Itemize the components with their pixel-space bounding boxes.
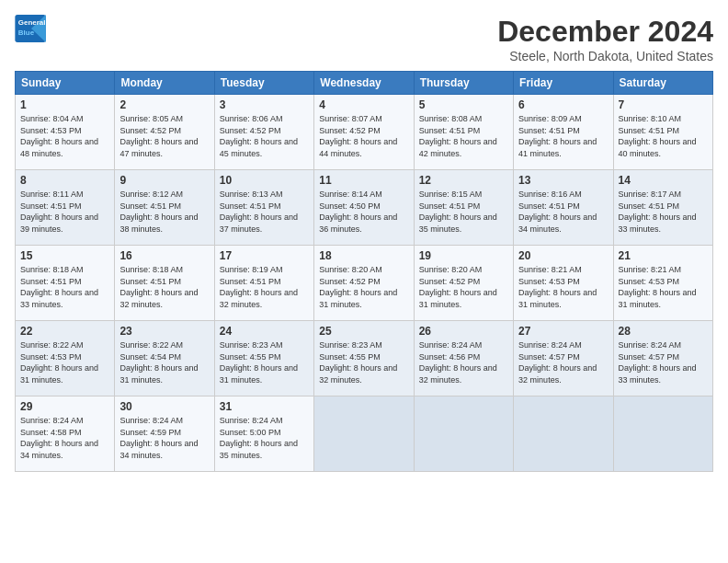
day-info: Sunrise: 8:21 AM Sunset: 4:53 PM Dayligh…: [518, 264, 608, 310]
day-number: 29: [20, 400, 109, 413]
calendar-day-cell: 27Sunrise: 8:24 AM Sunset: 4:57 PM Dayli…: [514, 321, 613, 396]
day-info: Sunrise: 8:22 AM Sunset: 4:54 PM Dayligh…: [119, 339, 209, 385]
calendar-day-cell: 30Sunrise: 8:24 AM Sunset: 4:59 PM Dayli…: [115, 396, 214, 472]
calendar-day-cell: 20Sunrise: 8:21 AM Sunset: 4:53 PM Dayli…: [514, 246, 613, 321]
day-info: Sunrise: 8:15 AM Sunset: 4:51 PM Dayligh…: [419, 189, 508, 235]
day-info: Sunrise: 8:24 AM Sunset: 4:57 PM Dayligh…: [518, 339, 608, 385]
calendar-day-cell: 19Sunrise: 8:20 AM Sunset: 4:52 PM Dayli…: [414, 246, 513, 321]
day-number: 21: [619, 249, 708, 262]
calendar-week-row: 22Sunrise: 8:22 AM Sunset: 4:53 PM Dayli…: [16, 321, 713, 396]
title-block: December 2024 Steele, North Dakota, Unit…: [497, 15, 713, 63]
day-info: Sunrise: 8:07 AM Sunset: 4:52 PM Dayligh…: [319, 113, 408, 159]
day-number: 25: [319, 325, 408, 338]
day-info: Sunrise: 8:18 AM Sunset: 4:51 PM Dayligh…: [119, 264, 209, 310]
day-number: 13: [518, 174, 608, 187]
day-info: Sunrise: 8:17 AM Sunset: 4:51 PM Dayligh…: [619, 189, 708, 235]
calendar-day-cell: 14Sunrise: 8:17 AM Sunset: 4:51 PM Dayli…: [613, 170, 712, 246]
calendar-day-cell: 28Sunrise: 8:24 AM Sunset: 4:57 PM Dayli…: [613, 321, 712, 396]
day-info: Sunrise: 8:08 AM Sunset: 4:51 PM Dayligh…: [419, 113, 508, 159]
svg-text:Blue: Blue: [18, 29, 35, 37]
calendar-day-cell: 18Sunrise: 8:20 AM Sunset: 4:52 PM Dayli…: [314, 246, 414, 321]
logo: General Blue: [15, 15, 48, 42]
day-info: Sunrise: 8:16 AM Sunset: 4:51 PM Dayligh…: [518, 189, 608, 235]
day-info: Sunrise: 8:19 AM Sunset: 4:51 PM Dayligh…: [220, 264, 309, 310]
calendar-day-cell: 1Sunrise: 8:04 AM Sunset: 4:53 PM Daylig…: [16, 95, 115, 170]
calendar-day-cell: 31Sunrise: 8:24 AM Sunset: 5:00 PM Dayli…: [214, 396, 313, 472]
calendar-header-cell: Thursday: [414, 72, 513, 95]
day-info: Sunrise: 8:23 AM Sunset: 4:55 PM Dayligh…: [220, 339, 309, 385]
day-info: Sunrise: 8:24 AM Sunset: 5:00 PM Dayligh…: [220, 415, 309, 461]
day-number: 2: [119, 98, 209, 111]
calendar-day-cell: 15Sunrise: 8:18 AM Sunset: 4:51 PM Dayli…: [16, 246, 115, 321]
day-info: Sunrise: 8:21 AM Sunset: 4:53 PM Dayligh…: [619, 264, 708, 310]
calendar-day-cell: 5Sunrise: 8:08 AM Sunset: 4:51 PM Daylig…: [414, 95, 513, 170]
calendar-day-cell: 23Sunrise: 8:22 AM Sunset: 4:54 PM Dayli…: [115, 321, 214, 396]
logo-icon: General Blue: [15, 15, 48, 42]
calendar-day-cell: 12Sunrise: 8:15 AM Sunset: 4:51 PM Dayli…: [414, 170, 513, 246]
calendar-day-cell: 6Sunrise: 8:09 AM Sunset: 4:51 PM Daylig…: [514, 95, 613, 170]
calendar-week-row: 29Sunrise: 8:24 AM Sunset: 4:58 PM Dayli…: [16, 396, 713, 472]
day-number: 9: [119, 174, 209, 187]
calendar-week-row: 8Sunrise: 8:11 AM Sunset: 4:51 PM Daylig…: [16, 170, 713, 246]
day-number: 7: [619, 98, 708, 111]
day-number: 18: [319, 249, 408, 262]
location-title: Steele, North Dakota, United States: [497, 49, 713, 63]
calendar-header-cell: Saturday: [613, 72, 712, 95]
calendar-day-cell: 7Sunrise: 8:10 AM Sunset: 4:51 PM Daylig…: [613, 95, 712, 170]
calendar-header-cell: Tuesday: [214, 72, 313, 95]
day-number: 8: [20, 174, 109, 187]
calendar-day-cell: 25Sunrise: 8:23 AM Sunset: 4:55 PM Dayli…: [314, 321, 414, 396]
calendar-day-cell: 22Sunrise: 8:22 AM Sunset: 4:53 PM Dayli…: [16, 321, 115, 396]
day-number: 20: [518, 249, 608, 262]
day-number: 11: [319, 174, 408, 187]
calendar-body: 1Sunrise: 8:04 AM Sunset: 4:53 PM Daylig…: [16, 95, 713, 472]
day-info: Sunrise: 8:13 AM Sunset: 4:51 PM Dayligh…: [220, 189, 309, 235]
day-number: 14: [619, 174, 708, 187]
day-info: Sunrise: 8:23 AM Sunset: 4:55 PM Dayligh…: [319, 339, 408, 385]
calendar-day-cell: 10Sunrise: 8:13 AM Sunset: 4:51 PM Dayli…: [214, 170, 313, 246]
month-title: December 2024: [497, 15, 713, 49]
header: General Blue December 2024 Steele, North…: [15, 15, 713, 63]
day-info: Sunrise: 8:11 AM Sunset: 4:51 PM Dayligh…: [20, 189, 109, 235]
day-info: Sunrise: 8:05 AM Sunset: 4:52 PM Dayligh…: [119, 113, 209, 159]
day-number: 31: [220, 400, 309, 413]
calendar-day-cell: 3Sunrise: 8:06 AM Sunset: 4:52 PM Daylig…: [214, 95, 313, 170]
calendar-day-cell: 13Sunrise: 8:16 AM Sunset: 4:51 PM Dayli…: [514, 170, 613, 246]
calendar-header-cell: Wednesday: [314, 72, 414, 95]
calendar-day-cell: 21Sunrise: 8:21 AM Sunset: 4:53 PM Dayli…: [613, 246, 712, 321]
day-number: 4: [319, 98, 408, 111]
day-number: 23: [119, 325, 209, 338]
day-info: Sunrise: 8:22 AM Sunset: 4:53 PM Dayligh…: [20, 339, 109, 385]
day-info: Sunrise: 8:18 AM Sunset: 4:51 PM Dayligh…: [20, 264, 109, 310]
day-info: Sunrise: 8:24 AM Sunset: 4:58 PM Dayligh…: [20, 415, 109, 461]
calendar-day-cell: [314, 396, 414, 472]
page-container: General Blue December 2024 Steele, North…: [0, 0, 728, 479]
day-info: Sunrise: 8:24 AM Sunset: 4:56 PM Dayligh…: [419, 339, 508, 385]
calendar-day-cell: 8Sunrise: 8:11 AM Sunset: 4:51 PM Daylig…: [16, 170, 115, 246]
calendar-day-cell: 24Sunrise: 8:23 AM Sunset: 4:55 PM Dayli…: [214, 321, 313, 396]
day-number: 5: [419, 98, 508, 111]
calendar-day-cell: 2Sunrise: 8:05 AM Sunset: 4:52 PM Daylig…: [115, 95, 214, 170]
day-info: Sunrise: 8:14 AM Sunset: 4:50 PM Dayligh…: [319, 189, 408, 235]
calendar-day-cell: 4Sunrise: 8:07 AM Sunset: 4:52 PM Daylig…: [314, 95, 414, 170]
day-info: Sunrise: 8:24 AM Sunset: 4:57 PM Dayligh…: [619, 339, 708, 385]
svg-text:General: General: [18, 18, 46, 27]
day-number: 12: [419, 174, 508, 187]
calendar-day-cell: [414, 396, 513, 472]
calendar-week-row: 15Sunrise: 8:18 AM Sunset: 4:51 PM Dayli…: [16, 246, 713, 321]
calendar-week-row: 1Sunrise: 8:04 AM Sunset: 4:53 PM Daylig…: [16, 95, 713, 170]
day-info: Sunrise: 8:09 AM Sunset: 4:51 PM Dayligh…: [518, 113, 608, 159]
day-info: Sunrise: 8:24 AM Sunset: 4:59 PM Dayligh…: [119, 415, 209, 461]
calendar-header-cell: Sunday: [16, 72, 115, 95]
day-info: Sunrise: 8:20 AM Sunset: 4:52 PM Dayligh…: [319, 264, 408, 310]
day-number: 17: [220, 249, 309, 262]
day-number: 10: [220, 174, 309, 187]
calendar-day-cell: 16Sunrise: 8:18 AM Sunset: 4:51 PM Dayli…: [115, 246, 214, 321]
calendar-day-cell: 9Sunrise: 8:12 AM Sunset: 4:51 PM Daylig…: [115, 170, 214, 246]
day-number: 3: [220, 98, 309, 111]
day-number: 24: [220, 325, 309, 338]
calendar-header-cell: Friday: [514, 72, 613, 95]
calendar-table: SundayMondayTuesdayWednesdayThursdayFrid…: [15, 71, 713, 472]
day-number: 30: [119, 400, 209, 413]
day-number: 15: [20, 249, 109, 262]
